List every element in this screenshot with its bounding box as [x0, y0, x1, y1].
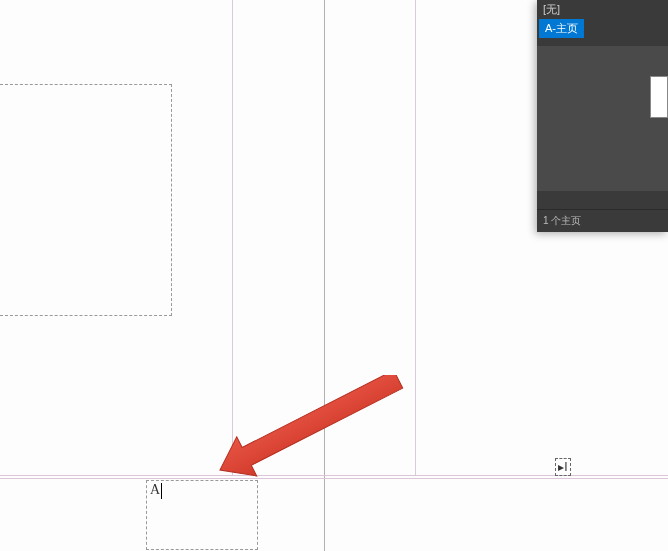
- page-thumbnail[interactable]: [650, 76, 668, 118]
- panel-footer-status: 1 个主页: [537, 209, 668, 232]
- page-margin-guide: [232, 0, 233, 476]
- page-spine-divider: [324, 0, 325, 551]
- typed-text: A: [150, 482, 160, 497]
- master-page-item-selected[interactable]: A-主页: [539, 19, 584, 38]
- ibeam-icon: ▸I: [558, 460, 567, 474]
- text-cursor-indicator: ▸I: [555, 458, 571, 476]
- active-text-frame[interactable]: [146, 480, 258, 550]
- pages-panel[interactable]: [无] A-主页 1 个主页: [537, 0, 668, 232]
- horizontal-guide: [0, 478, 668, 479]
- text-caret: [161, 483, 162, 499]
- panel-item-none[interactable]: [无]: [537, 0, 668, 19]
- text-frame[interactable]: [0, 84, 172, 316]
- text-input-area[interactable]: A: [150, 482, 162, 499]
- page-thumbnails-area[interactable]: [537, 46, 668, 191]
- page-margin-guide: [415, 0, 416, 476]
